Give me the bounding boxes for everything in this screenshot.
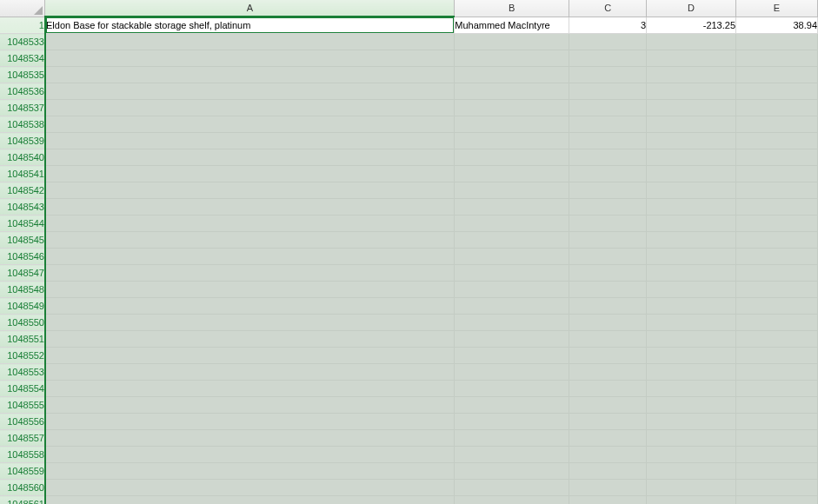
cell-B1048543[interactable]	[455, 199, 569, 216]
cell-A1048544[interactable]	[45, 216, 455, 232]
row-header[interactable]: 1048537	[0, 100, 45, 116]
cell-C1048553[interactable]	[569, 364, 647, 381]
cell-A1048542[interactable]	[45, 182, 455, 199]
cell-E1048551[interactable]	[736, 331, 818, 348]
cell-C1048547[interactable]	[569, 265, 647, 282]
cell-A1048555[interactable]	[45, 397, 455, 414]
cell-C1[interactable]: 3	[569, 17, 647, 34]
column-header-E[interactable]: E	[736, 0, 818, 17]
cell-C1048541[interactable]	[569, 166, 647, 182]
cell-B1048544[interactable]	[455, 216, 569, 232]
cell-E1048554[interactable]	[736, 381, 818, 397]
cell-E1048559[interactable]	[736, 463, 818, 480]
cell-D1048550[interactable]	[647, 315, 736, 331]
row-header[interactable]: 1048550	[0, 315, 45, 331]
row-header[interactable]: 1048559	[0, 463, 45, 480]
cell-A1048533[interactable]	[45, 34, 455, 50]
cell-B1048535[interactable]	[455, 67, 569, 83]
row-header[interactable]: 1048561	[0, 496, 45, 505]
cell-E1048546[interactable]	[736, 249, 818, 265]
cell-E1048561[interactable]	[736, 496, 818, 505]
cell-B1048540[interactable]	[455, 149, 569, 166]
cell-C1048548[interactable]	[569, 282, 647, 298]
column-header-A[interactable]: A	[45, 0, 455, 17]
cell-A1048552[interactable]	[45, 348, 455, 364]
cell-A1048545[interactable]	[45, 232, 455, 249]
cell-C1048545[interactable]	[569, 232, 647, 249]
cell-A1048550[interactable]	[45, 315, 455, 331]
cell-C1048557[interactable]	[569, 430, 647, 447]
cell-B1048538[interactable]	[455, 116, 569, 133]
cell-B1048551[interactable]	[455, 331, 569, 348]
cell-C1048535[interactable]	[569, 67, 647, 83]
cell-D1048547[interactable]	[647, 265, 736, 282]
cell-A1048548[interactable]	[45, 282, 455, 298]
cell-D1048552[interactable]	[647, 348, 736, 364]
cell-E1[interactable]: 38.94	[736, 17, 818, 34]
cell-D1048533[interactable]	[647, 34, 736, 50]
cell-C1048552[interactable]	[569, 348, 647, 364]
cell-E1048549[interactable]	[736, 298, 818, 315]
row-header[interactable]: 1048549	[0, 298, 45, 315]
cell-B1048542[interactable]	[455, 182, 569, 199]
cell-E1048553[interactable]	[736, 364, 818, 381]
cell-E1048534[interactable]	[736, 50, 818, 67]
cell-B1048550[interactable]	[455, 315, 569, 331]
cell-A1048561[interactable]	[45, 496, 455, 505]
cell-D1048542[interactable]	[647, 182, 736, 199]
row-header[interactable]: 1048538	[0, 116, 45, 133]
cell-E1048543[interactable]	[736, 199, 818, 216]
cell-D1048560[interactable]	[647, 480, 736, 496]
cell-A1[interactable]: Eldon Base for stackable storage shelf, …	[45, 17, 455, 34]
cell-D1048541[interactable]	[647, 166, 736, 182]
row-header[interactable]: 1048553	[0, 364, 45, 381]
row-header[interactable]: 1048547	[0, 265, 45, 282]
cell-C1048540[interactable]	[569, 149, 647, 166]
cell-D1048536[interactable]	[647, 83, 736, 100]
cell-B1048555[interactable]	[455, 397, 569, 414]
row-header[interactable]: 1048560	[0, 480, 45, 496]
cell-A1048546[interactable]	[45, 249, 455, 265]
cell-A1048534[interactable]	[45, 50, 455, 67]
cell-D1048548[interactable]	[647, 282, 736, 298]
cell-D1048544[interactable]	[647, 216, 736, 232]
cell-E1048555[interactable]	[736, 397, 818, 414]
cell-C1048534[interactable]	[569, 50, 647, 67]
row-header[interactable]: 1048545	[0, 232, 45, 249]
row-header[interactable]: 1048552	[0, 348, 45, 364]
cell-B1048558[interactable]	[455, 447, 569, 463]
cell-E1048540[interactable]	[736, 149, 818, 166]
cell-A1048543[interactable]	[45, 199, 455, 216]
cell-E1048538[interactable]	[736, 116, 818, 133]
cell-B1048557[interactable]	[455, 430, 569, 447]
cell-B1048556[interactable]	[455, 414, 569, 430]
row-header[interactable]: 1048551	[0, 331, 45, 348]
row-header[interactable]: 1048556	[0, 414, 45, 430]
cell-E1048558[interactable]	[736, 447, 818, 463]
cell-D1048559[interactable]	[647, 463, 736, 480]
cell-A1048553[interactable]	[45, 364, 455, 381]
cell-A1048549[interactable]	[45, 298, 455, 315]
cell-A1048560[interactable]	[45, 480, 455, 496]
cell-E1048560[interactable]	[736, 480, 818, 496]
cell-E1048557[interactable]	[736, 430, 818, 447]
row-header[interactable]: 1	[0, 17, 45, 34]
column-header-D[interactable]: D	[647, 0, 736, 17]
cell-A1048541[interactable]	[45, 166, 455, 182]
cell-A1048558[interactable]	[45, 447, 455, 463]
cell-B1048545[interactable]	[455, 232, 569, 249]
cell-D1048553[interactable]	[647, 364, 736, 381]
cell-B1048541[interactable]	[455, 166, 569, 182]
cell-C1048543[interactable]	[569, 199, 647, 216]
cell-B1048553[interactable]	[455, 364, 569, 381]
cell-A1048539[interactable]	[45, 133, 455, 149]
cell-B1048534[interactable]	[455, 50, 569, 67]
cell-A1048551[interactable]	[45, 331, 455, 348]
column-header-B[interactable]: B	[455, 0, 569, 17]
cell-B1048546[interactable]	[455, 249, 569, 265]
cell-D1048540[interactable]	[647, 149, 736, 166]
cell-B1048549[interactable]	[455, 298, 569, 315]
cell-C1048561[interactable]	[569, 496, 647, 505]
cell-A1048556[interactable]	[45, 414, 455, 430]
spreadsheet-grid[interactable]: ABCDE1Eldon Base for stackable storage s…	[0, 0, 818, 504]
